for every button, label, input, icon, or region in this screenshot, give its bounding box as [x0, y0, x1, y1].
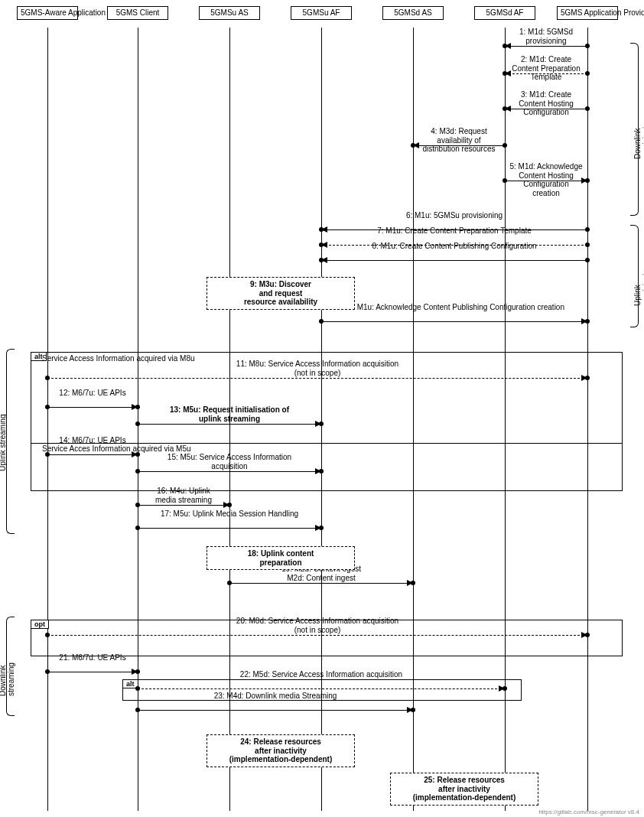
lifeline-header-6: 5GMS Application Provider — [557, 6, 618, 20]
lifeline-header-2: 5GMSu AS — [199, 6, 260, 20]
message-8: 8: M1u: Create Content Publishing Config… — [321, 242, 587, 251]
message-21: 21: M6/7d: UE APIs — [47, 653, 138, 662]
arrow-3 — [505, 109, 587, 109]
arrow-8 — [321, 260, 587, 261]
arrow-10 — [321, 321, 587, 322]
lifeline-header-5: 5GMSd AF — [474, 6, 535, 20]
lifeline-header-1: 5GMS Client — [107, 6, 168, 20]
message-14: 14: M6/7u: UE APIs — [47, 436, 138, 445]
message-22: 22: M5d: Service Access Information acqu… — [138, 670, 505, 679]
arrow-2 — [505, 73, 587, 74]
note-n18: 18: Uplink content preparation — [207, 546, 355, 570]
message-15: 15: M5u: Service Access Information acqu… — [138, 453, 321, 470]
arrow-11 — [47, 378, 587, 379]
arrow-13 — [138, 424, 321, 425]
message-7: 7: M1u: Create Content Preparation Templ… — [321, 226, 587, 236]
arrow-5 — [505, 181, 587, 181]
arrow-4 — [413, 145, 505, 146]
phase-label-2: Uplink streaming — [0, 410, 7, 471]
lifeline-header-3: 5GMSu AF — [291, 6, 352, 20]
arrow-1 — [505, 46, 587, 47]
message-1: 1: M1d: 5GMSd provisioning — [505, 28, 587, 45]
note-n9: 9: M3u: Discover and request resource av… — [207, 277, 355, 310]
sequence-diagram: 5GMS-Aware Application5GMS Client5GMSu A… — [0, 0, 644, 817]
message-2: 2: M1d: Create Content Preparation Templ… — [505, 55, 587, 82]
phase-label-1: Uplink provisioning — [633, 245, 644, 306]
arrow-23 — [138, 710, 413, 711]
note-n24: 24: Release resources after inactivity (… — [207, 734, 355, 767]
phase-label-0: Downlink provisioning — [633, 98, 644, 159]
arrow-16 — [138, 505, 229, 506]
arrow-22 — [138, 688, 505, 689]
message-23: 23: M4d: Downlink media Streaming — [138, 692, 413, 701]
arrow-15 — [138, 471, 321, 472]
message-16: 16: M4u: Uplink media streaming — [138, 487, 229, 504]
phase-label-3: Downlink streaming — [0, 635, 15, 696]
message-3: 3: M1d: Create Content Hosting Configura… — [505, 90, 587, 117]
message-6: 6: M1u: 5GMSu provisioning — [321, 211, 587, 220]
phase-brace-2 — [6, 349, 15, 534]
note-n25: 25: Release resources after inactivity (… — [390, 773, 538, 806]
message-12: 12: M6/7u: UE APIs — [47, 389, 138, 398]
credit: https://gitlab.com/msc-generator v8.4 — [538, 809, 639, 815]
arrow-17 — [138, 528, 321, 529]
arrow-21 — [47, 672, 138, 672]
arrow-12 — [47, 407, 138, 408]
lifeline-header-4: 5GMSd AS — [382, 6, 444, 20]
lifeline-header-0: 5GMS-Aware Application — [17, 6, 78, 20]
message-20: 20: M8d: Service Access Information acqu… — [47, 617, 587, 634]
message-10: 10: M1u: Acknowledge Content Publishing … — [321, 303, 587, 312]
message-5: 5: M1d: Acknowledge Content Hosting Conf… — [505, 162, 587, 197]
message-4: 4: M3d: Request availability of distribu… — [413, 127, 505, 154]
message-11: 11: M8u: Service Access Information acqu… — [47, 360, 587, 377]
arrow-19 — [229, 583, 413, 584]
arrow-14 — [47, 454, 138, 455]
arrow-20 — [47, 635, 587, 636]
message-13: 13: M5u: Request initialisation of uplin… — [138, 405, 321, 423]
message-17: 17: M5u: Uplink Media Session Handling — [138, 509, 321, 519]
